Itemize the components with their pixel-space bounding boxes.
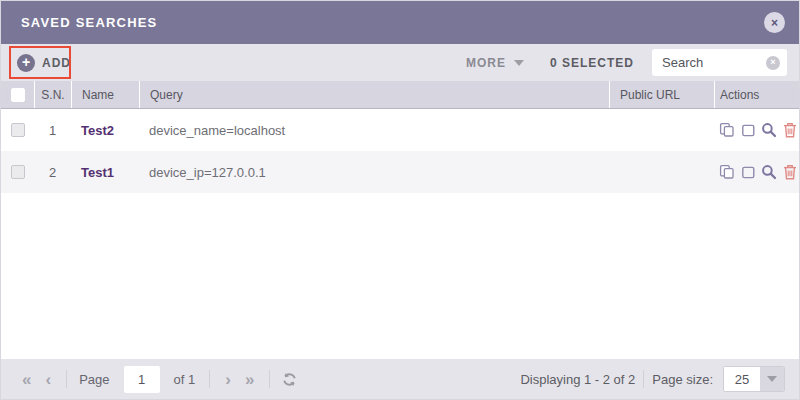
copy-icon[interactable]: [719, 164, 735, 180]
delete-trash-icon[interactable]: [782, 122, 798, 138]
row-checkbox-cell: [1, 123, 34, 137]
table-header: S.N. Name Query Public URL Actions: [1, 81, 799, 109]
next-page-icon[interactable]: ›: [218, 371, 238, 388]
page-size-value: 25: [724, 367, 760, 391]
search-box: ×: [652, 49, 787, 76]
more-button-label: MORE: [466, 56, 506, 70]
add-button-label: ADD: [42, 56, 71, 70]
row-sn: 1: [34, 123, 71, 138]
table-row: 2 Test1 device_ip=127.0.0.1: [1, 151, 799, 193]
search-run-icon[interactable]: [761, 122, 777, 138]
column-header-name: Name: [71, 81, 139, 108]
selected-count: 0 SELECTED: [550, 56, 634, 70]
plus-icon: +: [17, 54, 35, 72]
saved-searches-panel: SAVED SEARCHES × + ADD MORE 0 SELECTED ×…: [0, 0, 800, 400]
chevron-down-icon: [767, 376, 777, 382]
last-page-icon[interactable]: »: [238, 371, 261, 388]
row-actions-cell: [714, 164, 799, 180]
page-size-arrow: [760, 367, 784, 391]
row-query: device_name=localhost: [139, 123, 609, 138]
prev-page-icon[interactable]: ‹: [38, 371, 58, 388]
table-row: 1 Test2 device_name=localhost: [1, 109, 799, 151]
toolbar-right: MORE 0 SELECTED ×: [466, 49, 787, 76]
row-actions: [719, 122, 798, 138]
column-header-public-url: Public URL: [609, 81, 714, 108]
select-all-cell: [1, 81, 34, 108]
divider: [66, 370, 67, 388]
refresh-icon[interactable]: [278, 372, 301, 387]
column-header-sn: S.N.: [34, 81, 71, 108]
page-label: Page: [79, 372, 109, 387]
page-size-select[interactable]: 25: [723, 366, 785, 392]
copy-icon[interactable]: [719, 122, 735, 138]
search-run-icon[interactable]: [761, 164, 777, 180]
row-sn: 2: [34, 165, 71, 180]
toolbar: + ADD MORE 0 SELECTED ×: [1, 44, 799, 81]
page-of-label: of 1: [174, 372, 196, 387]
row-actions-cell: [714, 122, 799, 138]
search-clear-icon[interactable]: ×: [766, 56, 780, 70]
panel-title: SAVED SEARCHES: [21, 15, 157, 30]
table-empty-area: [1, 193, 799, 359]
select-all-checkbox[interactable]: [11, 88, 25, 102]
close-icon[interactable]: ×: [764, 12, 785, 33]
column-header-query: Query: [139, 81, 609, 108]
delete-trash-icon[interactable]: [782, 164, 798, 180]
row-checkbox[interactable]: [11, 165, 25, 179]
saved-search-name-link[interactable]: Test1: [81, 165, 114, 180]
displaying-status: Displaying 1 - 2 of 2: [520, 372, 635, 387]
divider: [209, 370, 210, 388]
resize-square-icon[interactable]: [740, 122, 756, 138]
row-checkbox-cell: [1, 165, 34, 179]
divider: [269, 370, 270, 388]
chevron-down-icon: [514, 60, 524, 66]
pagination-bar: « ‹ Page of 1 › » Displaying 1 - 2 of 2 …: [1, 359, 799, 399]
footer-right: Displaying 1 - 2 of 2 Page size: 25: [520, 366, 785, 392]
saved-search-name-link[interactable]: Test2: [81, 123, 114, 138]
pager: « ‹ Page of 1 › »: [15, 366, 301, 393]
titlebar: SAVED SEARCHES ×: [1, 1, 799, 44]
row-query: device_ip=127.0.0.1: [139, 165, 609, 180]
row-checkbox[interactable]: [11, 123, 25, 137]
add-button[interactable]: + ADD: [17, 54, 71, 72]
page-size-label: Page size:: [652, 372, 713, 387]
page-number-input[interactable]: [124, 366, 160, 393]
resize-square-icon[interactable]: [740, 164, 756, 180]
more-button[interactable]: MORE: [466, 56, 524, 70]
first-page-icon[interactable]: «: [15, 371, 38, 388]
row-name-cell: Test2: [71, 123, 139, 138]
row-name-cell: Test1: [71, 165, 139, 180]
column-header-actions: Actions: [714, 81, 799, 108]
divider: [643, 370, 644, 388]
row-actions: [719, 164, 798, 180]
